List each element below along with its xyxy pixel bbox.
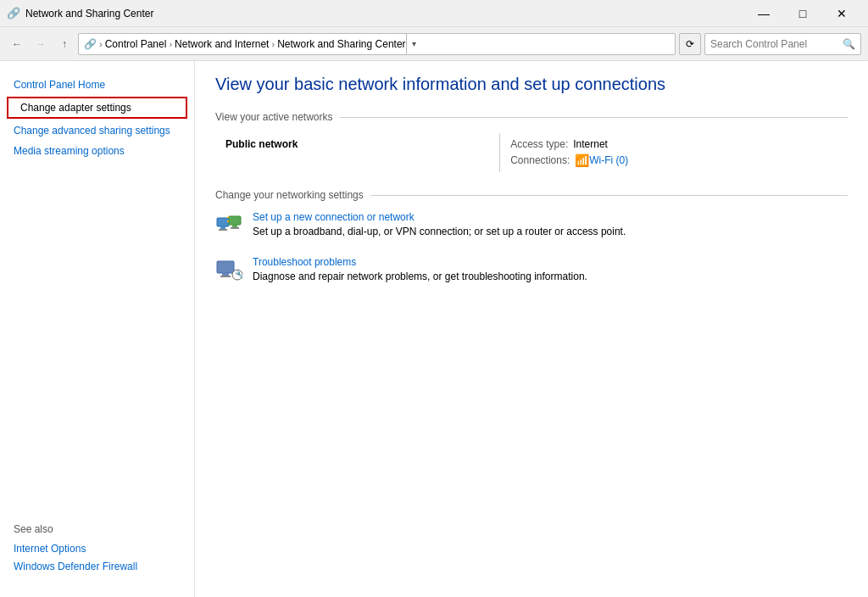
path-network-sharing[interactable]: Network and Sharing Center bbox=[277, 38, 405, 50]
troubleshoot-text: Troubleshoot problems Diagnose and repai… bbox=[253, 256, 848, 284]
sidebar-item-change-adapter[interactable]: Change adapter settings bbox=[7, 97, 187, 119]
active-networks-label: View your active networks bbox=[215, 111, 333, 123]
svg-rect-4 bbox=[232, 225, 237, 227]
svg-rect-3 bbox=[229, 216, 241, 225]
network-table: Public network Access type: Internet Con… bbox=[215, 133, 848, 172]
connections-label: Connections: bbox=[510, 154, 570, 166]
see-also-title: See also bbox=[14, 523, 181, 535]
new-connection-text: Set up a new connection or network Set u… bbox=[253, 211, 848, 239]
back-button[interactable]: ← bbox=[7, 34, 27, 54]
troubleshoot-icon: 🔧 bbox=[215, 256, 242, 283]
search-input[interactable] bbox=[710, 38, 843, 50]
refresh-button[interactable]: ⟳ bbox=[679, 33, 701, 55]
title-bar: 🔗 Network and Sharing Center — □ ✕ bbox=[0, 0, 868, 27]
networking-settings-label: Change your networking settings bbox=[215, 189, 364, 201]
svg-rect-9 bbox=[222, 273, 229, 276]
networking-settings-header: Change your networking settings bbox=[215, 189, 848, 201]
page-title: View your basic network information and … bbox=[215, 75, 848, 94]
svg-text:🔧: 🔧 bbox=[235, 270, 242, 281]
troubleshoot-link[interactable]: Troubleshoot problems bbox=[253, 256, 848, 268]
app-icon: 🔗 bbox=[7, 7, 20, 20]
window-title: Network and Sharing Center bbox=[25, 8, 744, 20]
content-area: View your basic network information and … bbox=[195, 61, 868, 597]
sidebar: Control Panel Home Change adapter settin… bbox=[0, 61, 195, 597]
svg-rect-1 bbox=[220, 226, 225, 229]
svg-text:+: + bbox=[226, 214, 231, 221]
troubleshoot-item: 🔧 Troubleshoot problems Diagnose and rep… bbox=[215, 256, 848, 284]
path-dropdown-button[interactable]: ▾ bbox=[406, 33, 421, 55]
troubleshoot-desc: Diagnose and repair network problems, or… bbox=[253, 271, 587, 282]
see-also-internet-options[interactable]: Internet Options bbox=[14, 540, 181, 559]
wifi-link[interactable]: Wi-Fi (0) bbox=[589, 154, 628, 166]
access-type-label: Access type: bbox=[510, 138, 568, 150]
address-bar: ← → ↑ 🔗 › Control Panel › Network and In… bbox=[0, 27, 868, 61]
svg-rect-10 bbox=[220, 276, 231, 277]
network-name: Public network bbox=[225, 138, 489, 150]
path-icon: 🔗 bbox=[84, 38, 97, 50]
address-path: 🔗 › Control Panel › Network and Internet… bbox=[78, 33, 676, 55]
new-connection-icon: + bbox=[215, 211, 242, 238]
wifi-bars-icon: 📶 bbox=[575, 153, 589, 167]
active-networks-header: View your active networks bbox=[215, 111, 848, 123]
sidebar-item-change-advanced[interactable]: Change advanced sharing settings bbox=[0, 120, 194, 141]
search-icon: 🔍 bbox=[843, 38, 855, 50]
new-connection-item: + Set up a new connection or network Set… bbox=[215, 211, 848, 239]
search-box: 🔍 bbox=[704, 33, 861, 55]
forward-button[interactable]: → bbox=[31, 34, 51, 54]
sidebar-item-media-streaming[interactable]: Media streaming options bbox=[0, 141, 194, 161]
see-also-windows-firewall[interactable]: Windows Defender Firewall bbox=[14, 558, 181, 577]
window-controls: — □ ✕ bbox=[744, 0, 861, 27]
svg-rect-5 bbox=[231, 227, 239, 229]
section-divider-2 bbox=[370, 195, 848, 196]
see-also-section: See also Internet Options Windows Defend… bbox=[0, 510, 194, 583]
sidebar-item-control-panel-home[interactable]: Control Panel Home bbox=[0, 75, 194, 95]
svg-rect-8 bbox=[217, 261, 234, 273]
close-button[interactable]: ✕ bbox=[822, 0, 861, 27]
access-type-value: Internet bbox=[573, 138, 608, 150]
new-connection-link[interactable]: Set up a new connection or network bbox=[253, 211, 848, 223]
new-connection-desc: Set up a broadband, dial-up, or VPN conn… bbox=[253, 226, 626, 237]
svg-rect-2 bbox=[219, 229, 227, 231]
path-network-internet[interactable]: Network and Internet bbox=[175, 38, 269, 50]
minimize-button[interactable]: — bbox=[744, 0, 783, 27]
maximize-button[interactable]: □ bbox=[783, 0, 822, 27]
up-button[interactable]: ↑ bbox=[54, 34, 75, 54]
main-container: Control Panel Home Change adapter settin… bbox=[0, 61, 868, 597]
path-control-panel[interactable]: Control Panel bbox=[105, 38, 167, 50]
section-divider bbox=[340, 117, 848, 118]
